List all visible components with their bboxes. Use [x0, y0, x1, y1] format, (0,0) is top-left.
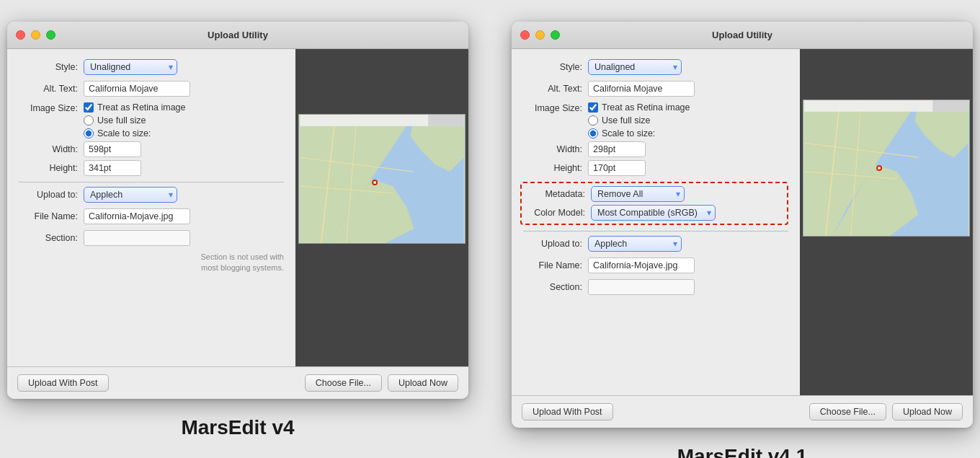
v41-style-select[interactable]: Unaligned: [588, 59, 682, 75]
v41-upload-to-select[interactable]: Applech: [588, 236, 682, 252]
v4-treat-retina-checkbox[interactable]: [84, 102, 94, 113]
v41-version-label: MarsEdit v4.1: [677, 445, 808, 458]
v41-scale-to-size-radio[interactable]: [588, 128, 598, 138]
v41-width-input[interactable]: [588, 141, 646, 157]
v41-metadata-select[interactable]: Remove All: [591, 186, 685, 202]
v4-upload-to-select[interactable]: Applech: [84, 187, 177, 203]
v41-choose-file-button[interactable]: Choose File...: [809, 403, 886, 420]
v4-upload-to-row: Upload to: Applech: [19, 187, 284, 203]
v41-window: Upload Utility Style: Unaligned: [512, 22, 973, 428]
v4-choose-file-button[interactable]: Choose File...: [305, 374, 382, 392]
v4-height-label: Height:: [33, 163, 84, 173]
v4-upload-to-label: Upload to:: [19, 190, 84, 200]
v41-style-label: Style:: [523, 62, 588, 72]
v41-width-label: Width:: [538, 144, 588, 154]
v4-file-name-row: File Name:: [19, 208, 284, 224]
v41-section-row: Section:: [523, 279, 788, 295]
v41-file-name-label: File Name:: [523, 260, 588, 270]
v41-scale-to-size-row: Scale to size:: [588, 128, 690, 138]
v41-use-full-size-radio[interactable]: [588, 115, 598, 125]
v41-separator: [523, 231, 788, 232]
svg-point-21: [878, 167, 881, 169]
v41-image-size-options: Treat as Retina image Use full size Scal…: [588, 102, 690, 138]
v4-treat-retina-row: Treat as Retina image: [84, 102, 186, 113]
v4-close-button[interactable]: [16, 30, 25, 40]
v41-file-name-input[interactable]: [588, 257, 695, 273]
v4-minimize-button[interactable]: [31, 30, 40, 40]
v41-section-label: Section:: [523, 282, 588, 292]
v4-scale-to-size-radio[interactable]: [84, 128, 94, 138]
v4-style-select[interactable]: Unaligned: [84, 59, 177, 75]
v41-treat-retina-label: Treat as Retina image: [602, 102, 690, 113]
v41-map-area: [803, 100, 970, 237]
svg-rect-11: [428, 115, 463, 126]
v41-traffic-lights: [520, 30, 560, 40]
v41-window-body: Style: Unaligned Alt. Text:: [512, 49, 973, 395]
v41-close-button[interactable]: [520, 30, 530, 40]
v41-upload-to-wrapper[interactable]: Applech: [588, 236, 682, 252]
v41-color-model-label: Color Model:: [526, 208, 591, 218]
v4-treat-retina-label: Treat as Retina image: [97, 102, 186, 113]
v41-color-model-select[interactable]: Most Compatible (sRGB): [591, 205, 716, 221]
v41-metadata-label: Metadata:: [526, 189, 591, 199]
v41-use-full-size-row: Use full size: [588, 115, 690, 125]
v4-file-name-input[interactable]: [84, 208, 190, 224]
v4-scale-to-size-label: Scale to size:: [97, 128, 151, 138]
v4-upload-now-button[interactable]: Upload Now: [388, 374, 458, 392]
v41-right-panel: [800, 49, 973, 395]
v4-window: Upload Utility Style: Unaligned: [7, 22, 468, 399]
v4-upload-to-wrapper[interactable]: Applech: [84, 187, 177, 203]
v41-section-input[interactable]: [588, 279, 695, 295]
v41-treat-retina-checkbox[interactable]: [588, 102, 598, 113]
v4-image-size-block: Image Size: Treat as Retina image Use fu…: [19, 102, 284, 176]
v41-style-select-wrapper[interactable]: Unaligned: [588, 59, 682, 75]
v41-width-row: Width:: [523, 141, 788, 157]
v41-metadata-row: Metadata: Remove All: [526, 186, 783, 202]
v4-use-full-size-radio[interactable]: [84, 115, 94, 125]
v41-alt-text-label: Alt. Text:: [523, 84, 588, 94]
v4-style-select-wrapper[interactable]: Unaligned: [84, 59, 177, 75]
v4-upload-with-post-button[interactable]: Upload With Post: [17, 374, 109, 392]
v41-treat-retina-row: Treat as Retina image: [588, 102, 690, 113]
v41-image-size-label-row: Image Size: Treat as Retina image Use fu…: [523, 102, 788, 138]
v4-left-panel: Style: Unaligned Alt. Text:: [7, 49, 295, 366]
v4-bottom-bar: Upload With Post Choose File... Upload N…: [7, 366, 468, 399]
v41-upload-now-button[interactable]: Upload Now: [892, 403, 963, 420]
v4-separator: [19, 182, 284, 182]
v41-metadata-select-wrapper[interactable]: Remove All: [591, 186, 685, 202]
v41-height-row: Height:: [523, 160, 788, 176]
v41-alt-text-row: Alt. Text:: [523, 81, 788, 97]
v4-window-title: Upload Utility: [208, 30, 268, 40]
svg-point-9: [373, 181, 376, 184]
v4-width-input[interactable]: [84, 141, 141, 157]
v41-minimize-button[interactable]: [535, 30, 545, 40]
v41-color-model-select-wrapper[interactable]: Most Compatible (sRGB): [591, 205, 716, 221]
v41-maximize-button[interactable]: [551, 30, 560, 40]
v41-upload-to-label: Upload to:: [523, 239, 588, 249]
v4-section-input[interactable]: [84, 230, 190, 246]
v41-title-bar: Upload Utility: [512, 22, 973, 49]
v4-maximize-button[interactable]: [46, 30, 55, 40]
svg-rect-23: [932, 100, 968, 112]
v4-alt-text-input[interactable]: [84, 81, 190, 97]
comparison-row: Upload Utility Style: Unaligned: [0, 0, 980, 458]
v41-alt-text-input[interactable]: [588, 81, 695, 97]
v41-image-size-label: Image Size:: [523, 102, 588, 113]
v4-height-input[interactable]: [84, 160, 141, 176]
v4-section-note: Section is not used withmost blogging sy…: [19, 252, 284, 274]
v41-upload-with-post-button[interactable]: Upload With Post: [522, 403, 613, 420]
v41-left-panel: Style: Unaligned Alt. Text:: [512, 49, 800, 395]
v41-upload-to-row: Upload to: Applech: [523, 236, 788, 252]
v41-window-title: Upload Utility: [712, 30, 772, 40]
v4-height-row: Height:: [19, 160, 284, 176]
v4-use-full-size-row: Use full size: [84, 115, 186, 125]
v41-color-model-row: Color Model: Most Compatible (sRGB): [526, 205, 783, 221]
v4-scale-to-size-row: Scale to size:: [84, 128, 186, 138]
v41-file-name-row: File Name:: [523, 257, 788, 273]
v41-scale-to-size-label: Scale to size:: [602, 128, 655, 138]
v4-use-full-size-label: Use full size: [97, 115, 146, 125]
v41-height-label: Height:: [538, 163, 588, 173]
v41-height-input[interactable]: [588, 160, 646, 176]
v4-section-row: Section:: [19, 230, 284, 246]
v4-map-area: [298, 114, 466, 244]
